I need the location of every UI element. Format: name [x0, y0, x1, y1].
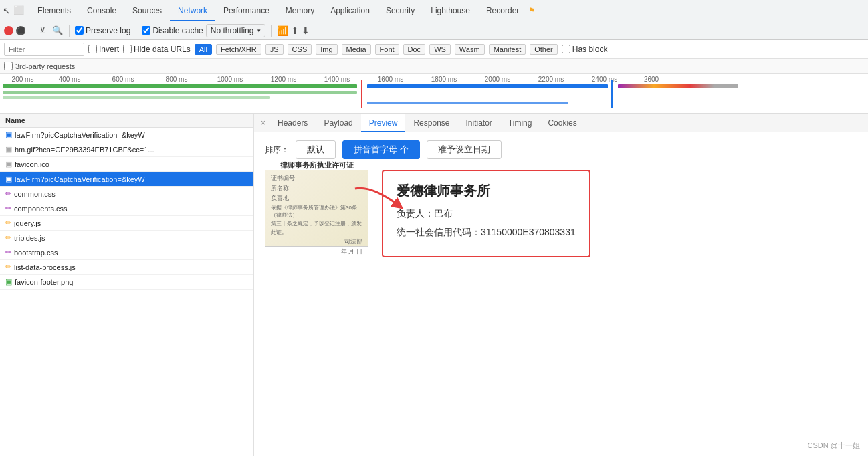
- firm-credit: 统一社会信用代码：31150000E370803331: [397, 227, 576, 239]
- has-block-input[interactable]: [562, 45, 570, 53]
- list-item[interactable]: ▣ favicon-footer.png: [0, 275, 253, 290]
- filter-type-img[interactable]: Img: [316, 44, 337, 55]
- tab-security[interactable]: Security: [378, 0, 423, 21]
- wifi-icon: 📶: [277, 25, 288, 36]
- tl-label-1200: 1200 ms: [257, 76, 310, 83]
- cert-line-8: 年 月 日: [271, 247, 362, 256]
- tl-label-1000: 1000 ms: [203, 76, 257, 83]
- filter-type-font[interactable]: Font: [375, 44, 399, 55]
- disable-cache-checkbox[interactable]: Disable cache: [142, 26, 203, 35]
- tab-application[interactable]: Application: [322, 0, 378, 21]
- cert-line-4: 依据《律师事务所管理办法》第30条（律师法）: [271, 204, 362, 219]
- tab-performance[interactable]: Performance: [215, 0, 278, 21]
- file-icon-selected: ▣: [5, 175, 12, 183]
- invert-checkbox[interactable]: Invert: [88, 45, 119, 54]
- separator: [31, 25, 31, 37]
- tab-timing[interactable]: Timing: [500, 114, 540, 132]
- filter-type-fetch-xhr[interactable]: Fetch/XHR: [216, 44, 261, 55]
- certificate-container: 律师事务所执业许可证 证书编号： 所名称： 负责地： 依据《律师事务所管理办法》…: [265, 170, 368, 247]
- tab-lighthouse[interactable]: Lighthouse: [423, 0, 478, 21]
- list-item[interactable]: ✏ tripldes.js: [0, 231, 253, 245]
- filter-type-other[interactable]: Other: [530, 44, 558, 55]
- separator2: [69, 25, 70, 37]
- tab-response[interactable]: Response: [405, 114, 457, 132]
- filter-type-js[interactable]: JS: [265, 44, 284, 55]
- file-name: common.css: [14, 190, 248, 198]
- file-icon-js2: ✏: [5, 233, 11, 242]
- tab-network[interactable]: Network: [170, 0, 215, 21]
- tab-recorder[interactable]: Recorder: [478, 0, 527, 21]
- tab-cookies[interactable]: Cookies: [540, 114, 584, 132]
- cert-line-1: 证书编号：: [271, 174, 362, 183]
- timeline-bar-row3: [3, 96, 270, 99]
- filter-type-ws[interactable]: WS: [429, 44, 451, 55]
- invert-input[interactable]: [88, 45, 97, 53]
- red-arrow-icon: [352, 182, 405, 215]
- stop-button[interactable]: ⬛: [16, 26, 25, 35]
- list-item[interactable]: ✏ bootstrap.css: [0, 245, 253, 260]
- right-panel: × Headers Payload Preview Response Initi…: [254, 114, 868, 456]
- warning-icon: ⚑: [528, 6, 536, 15]
- filter-type-all[interactable]: All: [195, 44, 212, 55]
- sort-btn-default[interactable]: 默认: [296, 140, 336, 159]
- cursor-icon: ↖: [3, 5, 11, 16]
- tl-label-800: 800 ms: [150, 76, 203, 83]
- record-button[interactable]: [4, 26, 13, 35]
- timeline-bar-green: [3, 84, 357, 88]
- filter-input[interactable]: [4, 43, 84, 56]
- hide-data-urls-input[interactable]: [123, 45, 132, 53]
- cert-line-2: 所名称：: [271, 184, 362, 193]
- list-item[interactable]: ▣ favicon.ico: [0, 157, 253, 172]
- preserve-log-input[interactable]: [75, 26, 84, 35]
- file-name: lawFirm?picCaptchaVerification=&keyW: [15, 175, 248, 183]
- filter-type-doc[interactable]: Doc: [403, 44, 426, 55]
- tab-preview[interactable]: Preview: [361, 114, 406, 132]
- list-item-selected[interactable]: ▣ lawFirm?picCaptchaVerification=&keyW: [0, 172, 253, 187]
- list-item[interactable]: ▣ lawFirm?picCaptchaVerification=&keyW: [0, 128, 253, 142]
- tab-initiator[interactable]: Initiator: [457, 114, 500, 132]
- filter-icon[interactable]: ⊻: [37, 25, 49, 37]
- tab-headers[interactable]: Headers: [269, 114, 316, 132]
- tl-label-2200: 2200 ms: [524, 76, 578, 83]
- preview-area: 排序： 默认 拼音首字母 个 准予设立日期 律师事务所执业许可证 证书编号： 所…: [254, 132, 868, 456]
- sort-btn-pinyin[interactable]: 拼音首字母 个: [342, 140, 420, 159]
- sort-btn-date[interactable]: 准予设立日期: [427, 140, 502, 159]
- list-item[interactable]: ✏ components.css: [0, 201, 253, 216]
- tab-memory[interactable]: Memory: [278, 0, 322, 21]
- tl-label-600: 600 ms: [96, 76, 150, 83]
- tl-label-1400: 1400 ms: [310, 76, 364, 83]
- tab-console[interactable]: Console: [79, 0, 124, 21]
- third-party-checkbox[interactable]: [4, 62, 13, 70]
- devtools-tab-bar: ↖ ⬜ Elements Console Sources Network Per…: [0, 0, 868, 21]
- tab-sources[interactable]: Sources: [124, 0, 170, 21]
- file-name: bootstrap.css: [14, 249, 248, 257]
- file-icon-css: ✏: [5, 189, 11, 198]
- filter-type-css[interactable]: CSS: [288, 44, 312, 55]
- no-throttling-dropdown[interactable]: No throttling ▾: [206, 24, 266, 37]
- list-item[interactable]: ✏ jquery.js: [0, 216, 253, 231]
- list-item[interactable]: ✏ common.css: [0, 187, 253, 201]
- filter-type-media[interactable]: Media: [342, 44, 371, 55]
- timeline-area: 200 ms 400 ms 600 ms 800 ms 1000 ms 1200…: [0, 74, 868, 114]
- search-icon[interactable]: 🔍: [51, 25, 64, 37]
- tab-payload[interactable]: Payload: [316, 114, 360, 132]
- sort-label: 排序：: [265, 144, 289, 156]
- firm-info-box: 爱德律师事务所 负责人：巴布 统一社会信用代码：31150000E3708033…: [382, 170, 590, 257]
- list-item[interactable]: ▣ hm.gif?hca=CE29B3394EB71CBF&cc=1...: [0, 142, 253, 157]
- timeline-bar-row4: [367, 102, 568, 104]
- file-icon-img: ▣: [5, 145, 12, 154]
- file-icon-doc: ▣: [5, 130, 12, 139]
- firm-section: 律师事务所执业许可证 证书编号： 所名称： 负责地： 依据《律师事务所管理办法》…: [265, 170, 857, 257]
- panel-close-btn[interactable]: ×: [257, 118, 269, 128]
- third-party-label: 3rd-party requests: [15, 62, 75, 70]
- filter-type-wasm[interactable]: Wasm: [455, 44, 485, 55]
- disable-cache-input[interactable]: [142, 26, 150, 35]
- hide-data-urls-checkbox[interactable]: Hide data URLs: [123, 45, 191, 54]
- tab-elements[interactable]: Elements: [29, 0, 79, 21]
- list-item[interactable]: ✏ list-data-process.js: [0, 260, 253, 275]
- file-icon-png: ▣: [5, 277, 12, 286]
- has-block-checkbox[interactable]: Has block: [562, 45, 608, 54]
- file-icon-css2: ✏: [5, 204, 11, 213]
- preserve-log-checkbox[interactable]: Preserve log: [75, 26, 130, 35]
- filter-type-manifest[interactable]: Manifest: [489, 44, 526, 55]
